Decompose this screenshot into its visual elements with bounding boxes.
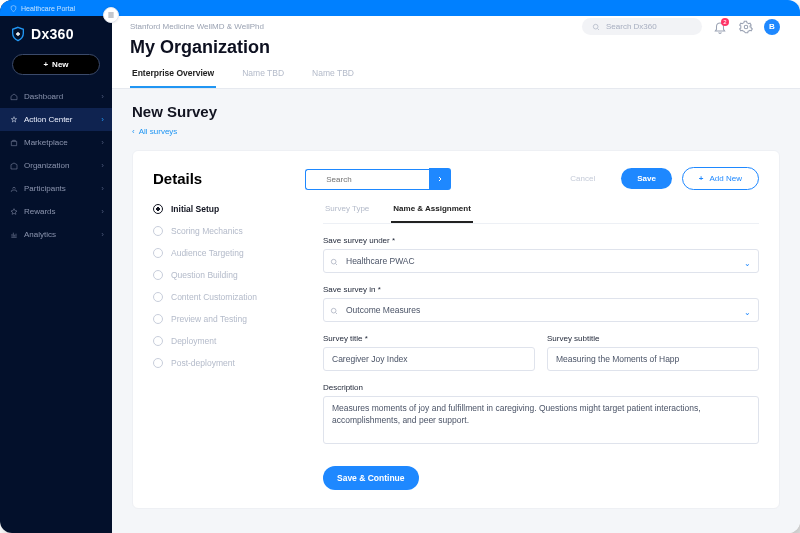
nav-label: Participants — [24, 184, 66, 193]
chevron-right-icon: › — [101, 184, 104, 193]
portal-banner-text: Healthcare Portal — [21, 5, 75, 12]
nav: Dashboard›Action Center›Marketplace›Orga… — [0, 85, 112, 246]
step-preview-and-testing[interactable]: Preview and Testing — [153, 314, 295, 324]
step-audience-targeting[interactable]: Audience Targeting — [153, 248, 295, 258]
add-new-button[interactable]: + Add New — [682, 167, 759, 190]
inner-tabs: Survey TypeName & Assignment — [323, 204, 759, 224]
card-search-input[interactable] — [305, 169, 429, 190]
cancel-button[interactable]: Cancel — [554, 168, 611, 189]
field-label: Description — [323, 383, 759, 392]
nav-label: Action Center — [24, 115, 72, 124]
sidebar-item-marketplace[interactable]: Marketplace› — [0, 131, 112, 154]
step-deployment[interactable]: Deployment — [153, 336, 295, 346]
card-body: Initial SetupScoring MechanicsAudience T… — [153, 204, 759, 490]
logo: Dx360 — [0, 16, 112, 50]
sidebar-item-participants[interactable]: Participants› — [0, 177, 112, 200]
field-description: Description — [323, 383, 759, 448]
svg-point-1 — [744, 25, 748, 29]
menu-icon — [107, 11, 115, 19]
inner-tab-name-assignment[interactable]: Name & Assignment — [391, 204, 473, 223]
nav-icon — [10, 93, 18, 101]
brand-name: Dx360 — [31, 26, 74, 42]
tab-0[interactable]: Enterprise Overview — [130, 68, 216, 88]
card-header: Details Cancel Save — [153, 167, 759, 190]
chevron-right-icon: › — [101, 230, 104, 239]
field-survey-title: Survey title * — [323, 334, 535, 371]
step-label: Question Building — [171, 270, 238, 280]
chevron-right-icon: › — [101, 92, 104, 101]
chevron-right-icon: › — [101, 115, 104, 124]
save-button[interactable]: Save — [621, 168, 672, 189]
tab-1[interactable]: Name TBD — [240, 68, 286, 88]
sidebar-item-rewards[interactable]: Rewards› — [0, 200, 112, 223]
sidebar-item-dashboard[interactable]: Dashboard› — [0, 85, 112, 108]
notifications-button[interactable]: 2 — [712, 19, 728, 35]
card-search-button[interactable] — [429, 168, 451, 190]
global-search-placeholder: Search Dx360 — [606, 22, 657, 31]
save-under-select[interactable] — [323, 249, 759, 273]
tab-2[interactable]: Name TBD — [310, 68, 356, 88]
step-label: Initial Setup — [171, 204, 219, 214]
field-survey-subtitle: Survey subtitle — [547, 334, 759, 371]
plus-icon: + — [43, 60, 48, 69]
svg-point-3 — [331, 259, 336, 264]
chevron-right-icon: › — [101, 161, 104, 170]
inner-tab-survey-type[interactable]: Survey Type — [323, 204, 371, 223]
chevron-left-icon: ‹ — [132, 127, 135, 136]
sidebar-collapse-button[interactable] — [103, 7, 119, 23]
plus-icon: + — [699, 174, 704, 183]
header-actions: Search Dx360 2 B — [582, 18, 780, 35]
global-search[interactable]: Search Dx360 — [582, 18, 702, 35]
survey-title-input[interactable] — [323, 347, 535, 371]
portal-banner: Healthcare Portal — [0, 0, 112, 16]
page-title: My Organization — [130, 37, 780, 58]
description-textarea[interactable] — [323, 396, 759, 444]
save-in-select[interactable] — [323, 298, 759, 322]
field-label: Save survey under * — [323, 236, 759, 245]
form-column: Survey TypeName & Assignment Save survey… — [323, 204, 759, 490]
sidebar-item-organization[interactable]: Organization› — [0, 154, 112, 177]
sidebar-item-action-center[interactable]: Action Center› — [0, 108, 112, 131]
field-save-in: Save survey in * ⌄ — [323, 285, 759, 322]
step-post-deployment[interactable]: Post-deployment — [153, 358, 295, 368]
step-indicator-icon — [153, 248, 163, 258]
tabs: Enterprise OverviewName TBDName TBD — [130, 68, 780, 88]
chevron-right-icon: › — [101, 207, 104, 216]
step-label: Content Customization — [171, 292, 257, 302]
nav-icon — [10, 231, 18, 239]
step-label: Preview and Testing — [171, 314, 247, 324]
nav-icon — [10, 116, 18, 124]
new-button[interactable]: + New — [12, 54, 100, 75]
step-indicator-icon — [153, 358, 163, 368]
nav-icon — [10, 185, 18, 193]
new-button-label: New — [52, 60, 68, 69]
step-scoring-mechanics[interactable]: Scoring Mechanics — [153, 226, 295, 236]
step-initial-setup[interactable]: Initial Setup — [153, 204, 295, 214]
add-new-label: Add New — [710, 174, 742, 183]
avatar[interactable]: B — [764, 19, 780, 35]
save-continue-button[interactable]: Save & Continue — [323, 466, 419, 490]
nav-label: Dashboard — [24, 92, 63, 101]
header: Stanford Medicine WellMD & WellPhd My Or… — [112, 16, 800, 89]
gear-icon — [739, 20, 753, 34]
settings-button[interactable] — [738, 19, 754, 35]
step-indicator-icon — [153, 204, 163, 214]
chevron-right-icon: › — [101, 138, 104, 147]
field-label: Survey title * — [323, 334, 535, 343]
details-title: Details — [153, 170, 202, 187]
back-link[interactable]: ‹ All surveys — [132, 127, 177, 136]
field-label: Save survey in * — [323, 285, 759, 294]
step-content-customization[interactable]: Content Customization — [153, 292, 295, 302]
nav-label: Organization — [24, 161, 69, 170]
shield-icon — [10, 5, 17, 12]
survey-subtitle-input[interactable] — [547, 347, 759, 371]
body: New Survey ‹ All surveys Details — [112, 89, 800, 533]
step-question-building[interactable]: Question Building — [153, 270, 295, 280]
sidebar-item-analytics[interactable]: Analytics› — [0, 223, 112, 246]
step-indicator-icon — [153, 336, 163, 346]
field-label: Survey subtitle — [547, 334, 759, 343]
details-card: Details Cancel Save — [132, 150, 780, 509]
main: Stanford Medicine WellMD & WellPhd My Or… — [112, 0, 800, 533]
nav-icon — [10, 208, 18, 216]
notification-badge: 2 — [721, 18, 729, 26]
